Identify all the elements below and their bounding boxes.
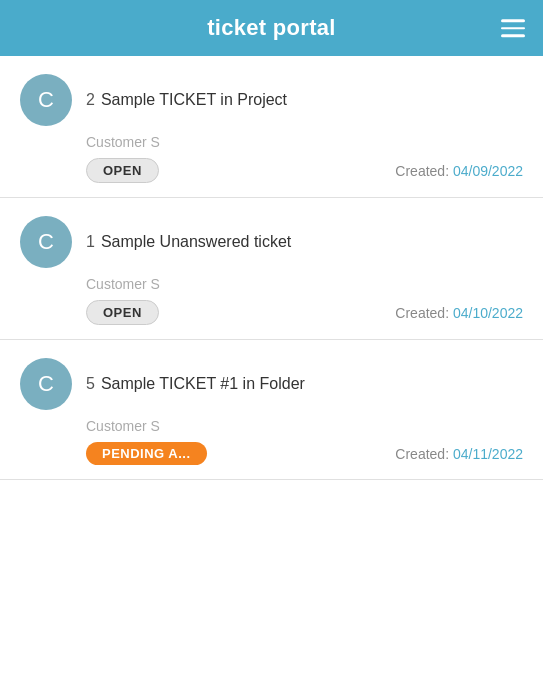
status-badge: OPEN bbox=[86, 300, 159, 325]
ticket-item[interactable]: C 1 Sample Unanswered ticket Customer S … bbox=[0, 198, 543, 340]
header-title: ticket portal bbox=[207, 15, 336, 41]
created-label: Created: bbox=[395, 305, 453, 321]
ticket-title: Sample TICKET #1 in Folder bbox=[101, 375, 305, 393]
ticket-bottom-row: OPEN Created: 04/10/2022 bbox=[20, 300, 523, 325]
ticket-bottom-row: OPEN Created: 04/09/2022 bbox=[20, 158, 523, 183]
ticket-date: Created: 04/09/2022 bbox=[395, 162, 523, 180]
ticket-title: Sample Unanswered ticket bbox=[101, 233, 291, 251]
status-badge: OPEN bbox=[86, 158, 159, 183]
ticket-top-row: C 2 Sample TICKET in Project bbox=[20, 74, 523, 126]
ticket-date: Created: 04/11/2022 bbox=[395, 445, 523, 463]
ticket-info: 1 Sample Unanswered ticket bbox=[86, 233, 523, 251]
created-date: 04/10/2022 bbox=[453, 305, 523, 321]
ticket-bottom-row: PENDING A... Created: 04/11/2022 bbox=[20, 442, 523, 465]
avatar: C bbox=[20, 358, 72, 410]
app-header: ticket portal bbox=[0, 0, 543, 56]
ticket-id: 5 bbox=[86, 375, 95, 393]
ticket-customer: Customer S bbox=[20, 134, 523, 150]
avatar: C bbox=[20, 74, 72, 126]
created-label: Created: bbox=[395, 163, 453, 179]
created-label: Created: bbox=[395, 446, 453, 462]
ticket-customer: Customer S bbox=[20, 276, 523, 292]
ticket-date: Created: 04/10/2022 bbox=[395, 304, 523, 322]
menu-icon[interactable] bbox=[501, 19, 525, 37]
ticket-id: 1 bbox=[86, 233, 95, 251]
ticket-top-row: C 1 Sample Unanswered ticket bbox=[20, 216, 523, 268]
created-date: 04/09/2022 bbox=[453, 163, 523, 179]
ticket-customer: Customer S bbox=[20, 418, 523, 434]
status-badge: PENDING A... bbox=[86, 442, 207, 465]
ticket-list: C 2 Sample TICKET in Project Customer S … bbox=[0, 56, 543, 480]
avatar: C bbox=[20, 216, 72, 268]
ticket-info: 5 Sample TICKET #1 in Folder bbox=[86, 375, 523, 393]
ticket-info: 2 Sample TICKET in Project bbox=[86, 91, 523, 109]
ticket-title: Sample TICKET in Project bbox=[101, 91, 287, 109]
created-date: 04/11/2022 bbox=[453, 446, 523, 462]
ticket-item[interactable]: C 5 Sample TICKET #1 in Folder Customer … bbox=[0, 340, 543, 480]
ticket-item[interactable]: C 2 Sample TICKET in Project Customer S … bbox=[0, 56, 543, 198]
ticket-id: 2 bbox=[86, 91, 95, 109]
ticket-top-row: C 5 Sample TICKET #1 in Folder bbox=[20, 358, 523, 410]
